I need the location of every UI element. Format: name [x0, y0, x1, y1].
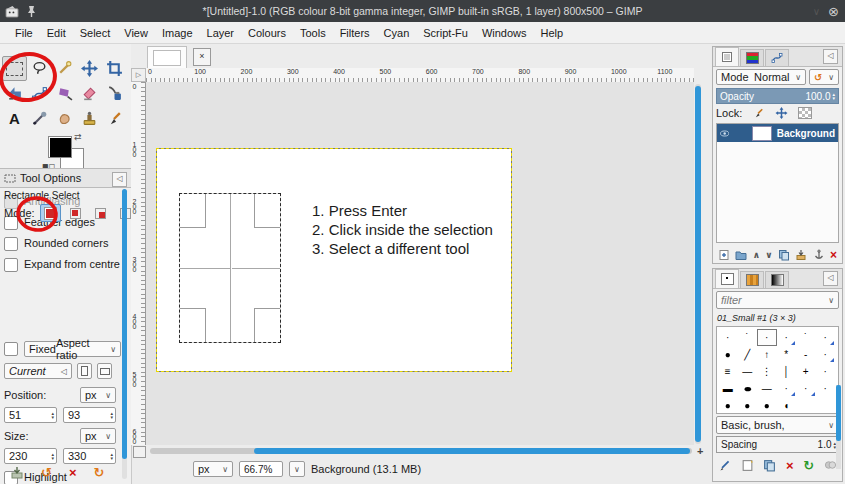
window-close-icon[interactable]: ⊗ [828, 4, 839, 19]
brush-grid[interactable]: ·˙··˙·●╱↑*-·≡—⋮│+·▬●—···●●●◖ [716, 326, 839, 414]
brush-thumbnail[interactable]: — [738, 363, 758, 380]
restore-preset-icon[interactable]: ↺ [41, 465, 52, 480]
smudge-tool[interactable] [52, 106, 77, 131]
menu-item[interactable]: Image [155, 24, 200, 42]
menu-item[interactable]: View [117, 24, 155, 42]
delete-layer-icon[interactable]: × [830, 248, 837, 262]
fixed-aspect-dropdown[interactable]: Fixed Aspect ratio ∨ [24, 341, 121, 357]
brush-thumbnail[interactable]: · [816, 380, 836, 397]
panel-menu-icon[interactable]: ◁ [823, 271, 838, 286]
menu-item[interactable]: Script-Fu [416, 24, 475, 42]
canvas-viewport[interactable]: 1. Press Enter2. Click inside the select… [146, 82, 694, 445]
option-checkbox-row[interactable]: Rounded corners [4, 237, 131, 251]
brush-thumbnail[interactable]: · [777, 329, 797, 346]
fuzzy-select-tool[interactable] [52, 56, 77, 81]
duplicate-brush-icon[interactable] [763, 459, 776, 472]
transform-tool[interactable] [2, 81, 27, 106]
brush-thumbnail[interactable]: — [757, 380, 777, 397]
position-unit-dropdown[interactable]: px∨ [80, 387, 116, 403]
new-layer-group-icon[interactable] [735, 249, 747, 261]
save-preset-icon[interactable] [10, 466, 24, 479]
vertical-scrollbar[interactable] [695, 84, 701, 444]
brush-thumbnail[interactable]: ˙ [738, 329, 758, 346]
brush-thumbnail[interactable]: · [777, 380, 797, 397]
opacity-slider[interactable]: Opacity 100.0 ▴▾ [716, 88, 839, 104]
menu-item[interactable]: Select [73, 24, 118, 42]
lower-layer-icon[interactable]: ∨ [765, 250, 772, 260]
eraser-tool[interactable] [77, 81, 102, 106]
new-brush-icon[interactable] [741, 459, 754, 472]
brush-thumbnail[interactable]: · [816, 329, 836, 346]
layer-row-background[interactable]: Background [717, 124, 838, 142]
tab-channels[interactable] [740, 49, 764, 66]
ruler-corner-button[interactable]: ▷ [131, 68, 146, 82]
brush-thumbnail[interactable]: · [757, 329, 777, 346]
menu-item[interactable]: Edit [40, 24, 73, 42]
paths-tool[interactable] [27, 81, 52, 106]
lock-position-icon[interactable] [775, 107, 788, 119]
brush-grid-scrollbar[interactable] [836, 385, 841, 469]
rectangle-select-tool[interactable] [2, 56, 27, 81]
close-tab-icon[interactable]: × [193, 48, 211, 66]
brush-thumbnail[interactable]: ◖ [777, 397, 797, 414]
brush-thumbnail[interactable]: ˙ [796, 329, 816, 346]
option-checkbox-row[interactable]: Expand from centre [4, 258, 131, 272]
brush-thumbnail[interactable]: · [796, 380, 816, 397]
tool-options-header[interactable]: Tool Options ◁ [0, 168, 131, 188]
visibility-eye-icon[interactable] [720, 129, 729, 138]
checkbox-icon[interactable] [4, 258, 18, 272]
paintbrush-tool[interactable] [102, 106, 127, 131]
checkbox-icon[interactable] [4, 237, 18, 251]
horizontal-scrollbar[interactable] [150, 448, 692, 454]
tab-gradients[interactable] [765, 271, 789, 288]
brush-thumbnail[interactable]: · [816, 346, 836, 363]
tab-brushes[interactable] [715, 269, 739, 288]
selection-handle-bottom-left[interactable] [180, 308, 206, 342]
mode-subtract-button[interactable] [90, 204, 111, 222]
selection-handle-top-right[interactable] [254, 194, 280, 228]
brush-thumbnail[interactable]: · [718, 329, 738, 346]
zoom-chevron-button[interactable]: ∨ [289, 461, 305, 477]
brush-thumbnail[interactable]: · [816, 363, 836, 380]
raise-layer-icon[interactable]: ∧ [753, 250, 760, 260]
anchor-layer-icon[interactable] [813, 249, 825, 261]
position-y-input[interactable]: 93▴▾ [63, 407, 116, 423]
brush-thumbnail[interactable]: ↑ [757, 346, 777, 363]
mode-switch-button[interactable]: ↺ ∨ [809, 69, 839, 85]
color-picker-tool[interactable] [27, 106, 52, 131]
new-layer-icon[interactable] [718, 249, 730, 261]
clear-icon[interactable]: ◁ [61, 367, 67, 376]
selection-rectangle[interactable] [179, 193, 281, 343]
refresh-brushes-icon[interactable]: ↻ [803, 458, 814, 473]
menu-item[interactable]: Windows [475, 24, 534, 42]
brush-tags-dropdown[interactable]: Basic, brush, ∨ [716, 416, 839, 434]
tab-patterns[interactable] [740, 271, 764, 288]
fixed-checkbox[interactable] [4, 342, 18, 356]
brush-thumbnail[interactable]: - [796, 346, 816, 363]
delete-preset-icon[interactable]: × [69, 465, 77, 480]
brush-thumbnail[interactable]: ● [718, 346, 738, 363]
foreground-color-swatch[interactable] [48, 136, 72, 158]
tool-options-scrollbar[interactable] [122, 189, 127, 479]
lock-pixels-icon[interactable] [752, 107, 765, 119]
brush-thumbnail[interactable] [816, 397, 836, 414]
brush-thumbnail[interactable]: ⋮ [757, 363, 777, 380]
selection-handle-bottom-right[interactable] [254, 308, 280, 342]
clone-tool[interactable] [77, 106, 102, 131]
landscape-button[interactable] [97, 363, 112, 379]
ink-tool[interactable] [102, 81, 127, 106]
selection-handle-top-left[interactable] [180, 194, 206, 228]
delete-brush-icon[interactable]: × [786, 458, 794, 473]
free-select-tool[interactable] [27, 56, 52, 81]
menu-item[interactable]: Colours [241, 24, 293, 42]
reset-options-icon[interactable]: ↻ [94, 465, 105, 480]
menu-item[interactable]: Tools [293, 24, 333, 42]
brush-thumbnail[interactable]: ● [738, 397, 758, 414]
duplicate-layer-icon[interactable] [778, 249, 790, 261]
size-unit-dropdown[interactable]: px∨ [80, 428, 116, 444]
brush-thumbnail[interactable] [796, 397, 816, 414]
brush-thumbnail[interactable]: │ [777, 363, 797, 380]
unit-dropdown[interactable]: px∨ [193, 461, 233, 477]
swap-colors-icon[interactable]: ⇄ [74, 132, 82, 142]
lock-alpha-icon[interactable] [798, 107, 812, 119]
